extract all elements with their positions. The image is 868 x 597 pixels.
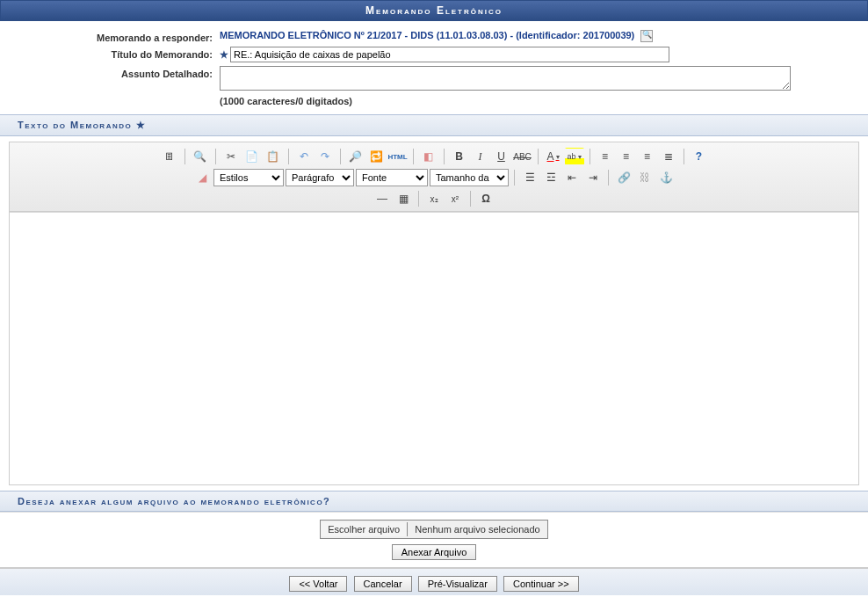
char-counter: (1000 caracteres/0 digitados)	[220, 96, 850, 106]
toolbar-separator	[590, 149, 590, 164]
anchor-icon[interactable]: ⚓	[656, 169, 676, 186]
section-anexar: Deseja anexar algum arquivo ao memorando…	[0, 491, 868, 512]
text-color-icon[interactable]: A	[544, 148, 563, 165]
toolbar-row-1: 🗏 🔍 ✂ 📄 📋 ↶ ↷ 🔎 🔁 HTML ◧ B I U ABC A ab	[11, 146, 857, 167]
bullet-list-icon[interactable]: ☰	[520, 169, 539, 186]
section-texto-label: Texto do Memorando	[18, 120, 132, 130]
view-memo-icon[interactable]	[640, 30, 653, 42]
toolbar-separator	[684, 149, 684, 164]
assunto-textarea[interactable]	[220, 66, 791, 91]
align-right-icon[interactable]: ≡	[638, 148, 657, 165]
section-texto-memorando: Texto do Memorando ★	[0, 114, 868, 136]
page-title: Memorando Eletrônico	[365, 4, 503, 17]
toolbar-separator	[608, 170, 609, 186]
preview-button[interactable]: Pré-Visualizar	[418, 576, 497, 592]
help-icon[interactable]: ?	[690, 148, 709, 165]
font-select[interactable]: Fonte	[356, 169, 428, 186]
align-justify-icon[interactable]: ≣	[659, 148, 678, 165]
align-left-icon[interactable]: ≡	[596, 148, 615, 165]
html-button[interactable]: HTML	[388, 148, 408, 165]
toolbar-separator	[215, 149, 216, 164]
find-icon[interactable]: 🔎	[346, 148, 365, 165]
form-area: Memorando a responder: MEMORANDO ELETRÔN…	[0, 21, 868, 114]
rich-text-editor: 🗏 🔍 ✂ 📄 📋 ↶ ↷ 🔎 🔁 HTML ◧ B I U ABC A ab	[9, 142, 859, 485]
preview-icon[interactable]: 🔍	[191, 148, 210, 165]
label-assunto: Assunto Detalhado:	[18, 66, 220, 79]
value-assunto: (1000 caracteres/0 digitados)	[220, 66, 850, 106]
toolbar-separator	[538, 149, 539, 164]
font-size-select[interactable]: Tamanho da F	[430, 169, 509, 186]
file-input[interactable]: Escolher arquivo Nenhum arquivo selecion…	[320, 520, 547, 539]
section-anexar-label: Deseja anexar algum arquivo ao memorando…	[18, 496, 330, 506]
back-button[interactable]: << Voltar	[289, 576, 347, 592]
attach-area: Escolher arquivo Nenhum arquivo selecion…	[0, 512, 868, 568]
memo-reply-link[interactable]: MEMORANDO ELETRÔNICO Nº 21/2017 - DIDS (…	[220, 30, 634, 40]
continue-button[interactable]: Continuar >>	[503, 576, 579, 592]
toolbar-separator	[444, 149, 445, 164]
undo-icon[interactable]: ↶	[294, 148, 314, 165]
remove-format-icon[interactable]: ◧	[419, 148, 438, 165]
cancel-button[interactable]: Cancelar	[354, 576, 412, 592]
align-center-icon[interactable]: ≡	[617, 148, 636, 165]
redo-icon[interactable]: ↷	[315, 148, 335, 165]
label-titulo: Título do Memorando:	[18, 47, 220, 60]
link-icon[interactable]: 🔗	[614, 169, 633, 186]
special-char-icon[interactable]: Ω	[476, 190, 495, 207]
bg-color-icon[interactable]: ab	[565, 148, 584, 165]
numbered-list-icon[interactable]: ☲	[541, 169, 561, 186]
outdent-icon[interactable]: ⇤	[562, 169, 582, 186]
underline-icon[interactable]: U	[492, 148, 511, 165]
table-icon[interactable]: ▦	[394, 190, 413, 207]
toolbar-separator	[340, 149, 341, 164]
paste-icon[interactable]: 📋	[264, 148, 283, 165]
horizontal-rule-icon[interactable]: —	[373, 190, 392, 207]
strike-icon[interactable]: ABC	[513, 148, 532, 165]
page-title-bar: Memorando Eletrônico	[0, 0, 868, 21]
editor-toolbar: 🗏 🔍 ✂ 📄 📋 ↶ ↷ 🔎 🔁 HTML ◧ B I U ABC A ab	[10, 142, 858, 212]
toolbar-row-3: — ▦ x₂ x² Ω	[11, 188, 857, 209]
superscript-icon[interactable]: x²	[445, 190, 465, 207]
indent-icon[interactable]: ⇥	[583, 169, 603, 186]
toolbar-separator	[413, 149, 414, 164]
row-titulo: Título do Memorando: ★	[18, 47, 850, 62]
attach-file-button[interactable]: Anexar Arquivo	[392, 544, 477, 560]
toolbar-separator	[470, 191, 471, 207]
toolbar-separator	[184, 149, 185, 164]
cut-icon[interactable]: ✂	[221, 148, 241, 165]
required-star-icon: ★	[220, 49, 228, 60]
required-star-icon: ★	[136, 120, 147, 130]
source-icon[interactable]: 🗏	[160, 148, 179, 165]
row-assunto: Assunto Detalhado: (1000 caracteres/0 di…	[18, 66, 850, 106]
value-titulo: ★	[220, 47, 850, 62]
unlink-icon[interactable]: ⛓	[635, 169, 655, 186]
row-responder: Memorando a responder: MEMORANDO ELETRÔN…	[18, 30, 850, 43]
italic-icon[interactable]: I	[471, 148, 490, 165]
eraser-icon[interactable]: ◢	[192, 169, 212, 186]
replace-icon[interactable]: 🔁	[367, 148, 387, 165]
choose-file-button[interactable]: Escolher arquivo	[321, 522, 408, 536]
toolbar-row-2: ◢ Estilos Parágrafo Fonte Tamanho da F ☰…	[11, 167, 857, 188]
label-responder: Memorando a responder:	[18, 30, 220, 43]
format-select[interactable]: Parágrafo	[286, 169, 354, 186]
toolbar-separator	[288, 149, 289, 164]
value-responder: MEMORANDO ELETRÔNICO Nº 21/2017 - DIDS (…	[220, 30, 850, 42]
file-none-label: Nenhum arquivo selecionado	[408, 522, 546, 536]
toolbar-separator	[514, 170, 515, 186]
toolbar-separator	[418, 191, 419, 207]
styles-select[interactable]: Estilos	[213, 169, 284, 186]
editor-content-area[interactable]	[10, 212, 858, 484]
titulo-input[interactable]	[230, 47, 669, 62]
subscript-icon[interactable]: x₂	[424, 190, 444, 207]
copy-icon[interactable]: 📄	[242, 148, 262, 165]
footer-buttons: << Voltar Cancelar Pré-Visualizar Contin…	[0, 568, 868, 595]
bold-icon[interactable]: B	[450, 148, 469, 165]
